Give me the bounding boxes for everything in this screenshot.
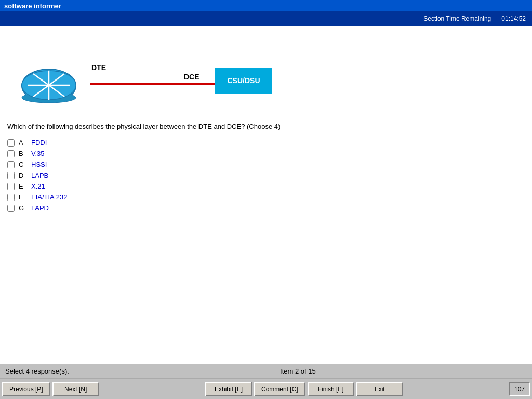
answer-letter-a: A xyxy=(19,139,27,147)
answer-text-a: FDDI xyxy=(31,139,47,147)
answer-option-c: CHSSI xyxy=(7,161,525,168)
answer-letter-g: G xyxy=(19,204,27,212)
button-bar: Previous [P] Next [N] Exhibit [E] Commen… xyxy=(0,378,532,399)
timer-bar: Section Time Remaining 01:14:52 xyxy=(0,11,532,26)
network-diagram: DTE DCE CSU/DSU xyxy=(7,31,525,114)
answer-letter-d: D xyxy=(19,171,27,179)
counter-box: 107 xyxy=(509,382,530,396)
action-buttons: Exhibit [E] Comment [C] Finish [E] Exit xyxy=(205,382,403,396)
answer-text-c: HSSI xyxy=(31,161,47,168)
app-title: software informer xyxy=(4,2,61,10)
comment-button[interactable]: Comment [C] xyxy=(254,382,305,396)
answer-option-g: GLAPD xyxy=(7,204,525,212)
exhibit-button[interactable]: Exhibit [E] xyxy=(205,382,252,396)
router-icon xyxy=(18,62,80,105)
answers-container: AFDDIBV.35CHSSIDLAPBEX.21FEIA/TIA 232GLA… xyxy=(7,139,525,212)
answer-option-b: BV.35 xyxy=(7,150,525,157)
csu-dsu-box: CSU/DSU xyxy=(215,68,272,94)
checkbox-b[interactable] xyxy=(7,150,15,157)
item-info: Item 2 of 15 xyxy=(280,367,316,375)
answer-text-g: LAPD xyxy=(31,204,49,212)
answer-text-d: LAPB xyxy=(31,171,48,179)
exit-button[interactable]: Exit xyxy=(356,382,403,396)
answer-letter-f: F xyxy=(19,193,27,201)
answer-letter-e: E xyxy=(19,182,27,190)
answer-text-f: EIA/TIA 232 xyxy=(31,193,67,201)
connection-line xyxy=(90,83,215,85)
checkbox-g[interactable] xyxy=(7,205,15,212)
answer-option-e: EX.21 xyxy=(7,182,525,190)
dce-label: DCE xyxy=(184,73,200,81)
answer-letter-c: C xyxy=(19,161,27,168)
dte-label: DTE xyxy=(91,63,106,72)
answer-letter-b: B xyxy=(19,150,27,157)
status-bar: Select 4 response(s). Item 2 of 15 xyxy=(0,364,532,378)
answer-text-b: V.35 xyxy=(31,150,45,157)
question-text: Which of the following describes the phy… xyxy=(7,123,525,130)
checkbox-a[interactable] xyxy=(7,139,15,147)
instruction-text: Select 4 response(s). xyxy=(5,367,69,375)
checkbox-d[interactable] xyxy=(7,172,15,179)
app-header: software informer xyxy=(0,0,532,11)
answer-option-a: AFDDI xyxy=(7,139,525,147)
checkbox-e[interactable] xyxy=(7,183,15,190)
previous-button[interactable]: Previous [P] xyxy=(2,382,50,396)
answer-option-f: FEIA/TIA 232 xyxy=(7,193,525,201)
nav-buttons: Previous [P] Next [N] xyxy=(2,382,99,396)
timer-value: 01:14:52 xyxy=(501,15,526,22)
checkbox-c[interactable] xyxy=(7,161,15,168)
answer-text-e: X.21 xyxy=(31,182,45,190)
main-content: DTE DCE CSU/DSU Which of the following d… xyxy=(0,26,532,348)
next-button[interactable]: Next [N] xyxy=(52,382,99,396)
finish-button[interactable]: Finish [E] xyxy=(308,382,354,396)
answer-option-d: DLAPB xyxy=(7,171,525,179)
timer-label: Section Time Remaining xyxy=(423,15,491,22)
checkbox-f[interactable] xyxy=(7,194,15,201)
